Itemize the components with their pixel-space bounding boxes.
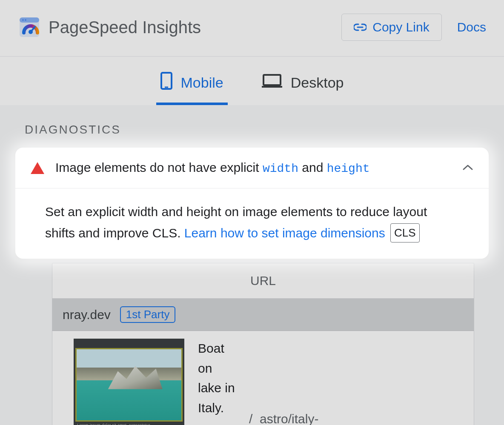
image-path: /_astro/italy- [249,412,318,425]
diagnostic-title: Image elements do not have explicit widt… [55,159,460,177]
pagespeed-logo-icon [18,16,41,39]
chevron-up-icon[interactable] [460,161,476,175]
tab-mobile-label: Mobile [181,74,223,91]
desktop-icon [262,74,282,91]
tab-desktop[interactable]: Desktop [258,69,348,105]
warning-triangle-icon [31,162,44,174]
cls-badge: CLS [390,223,420,242]
svg-rect-6 [161,73,172,89]
tab-mobile[interactable]: Mobile [156,69,228,105]
diagnostics-heading: DIAGNOSTICS [0,105,504,148]
image-alt-text: Boat on lake in Italy. [198,339,235,418]
page-header: PageSpeed Insights Copy Link Docs [0,0,504,57]
docs-link[interactable]: Docs [457,20,486,34]
first-party-badge: 1st Party [120,306,176,323]
mobile-icon [160,72,172,93]
diagnostic-body: Set an explicit width and height on imag… [15,188,489,259]
copy-link-button[interactable]: Copy Link [341,14,441,41]
diagnostic-table: URL nray.dev 1st Party Lorem ipsum dolor… [52,263,474,425]
svg-point-3 [25,19,26,21]
header-actions: Copy Link Docs [341,14,486,41]
domain-text: nray.dev [63,308,111,322]
page-title: PageSpeed Insights [49,18,201,37]
image-thumbnail: Lorem ipsum dolor sit amet, consectetur [74,339,184,425]
brand: PageSpeed Insights [18,16,201,39]
table-group-header: nray.dev 1st Party [52,299,474,331]
learn-link[interactable]: Learn how to set image dimensions [184,226,385,240]
code-height: height [327,162,370,175]
table-column-url: URL [52,263,474,299]
diagnostic-card: Image elements do not have explicit widt… [15,148,489,259]
device-tabs: Mobile Desktop [0,57,504,105]
copy-link-label: Copy Link [372,20,429,34]
svg-point-2 [22,19,24,21]
code-width: width [263,162,298,175]
diagnostic-title-text: Image elements do not have explicit [55,160,263,174]
link-icon [354,20,367,34]
diagnostic-title-mid: and [298,160,327,174]
table-row: Lorem ipsum dolor sit amet, consectetur … [52,331,474,425]
svg-rect-8 [263,75,281,85]
diagnostic-header[interactable]: Image elements do not have explicit widt… [15,148,489,188]
tab-desktop-label: Desktop [291,74,344,91]
